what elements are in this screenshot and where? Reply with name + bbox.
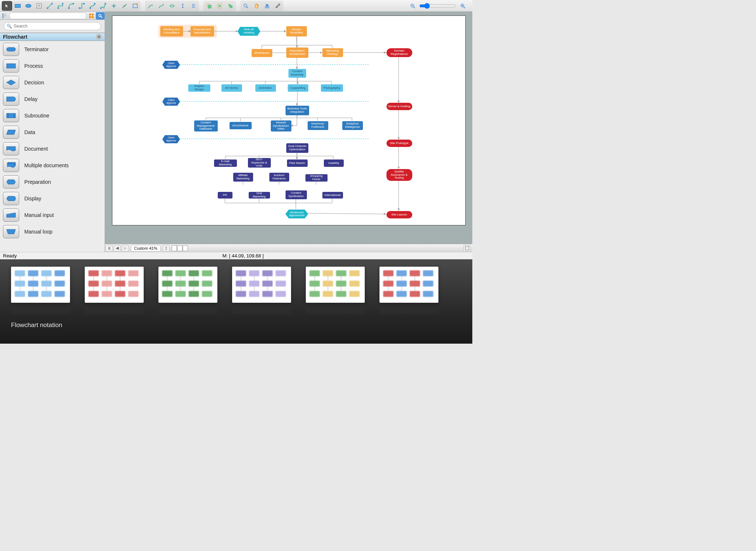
- flowchart-node[interactable]: Animation: [255, 84, 276, 92]
- flowchart-node[interactable]: Usability: [324, 159, 344, 167]
- shape-item-decision[interactable]: Decision: [0, 74, 105, 91]
- library-tree-icon[interactable]: [0, 12, 9, 20]
- connector-tool-2[interactable]: [55, 1, 66, 11]
- flowchart-node[interactable]: Marketing Strategy: [322, 48, 343, 57]
- gallery-thumb[interactable]: [85, 267, 144, 314]
- zoom-slider[interactable]: [419, 3, 456, 9]
- fit-view-icon[interactable]: [463, 245, 471, 252]
- curve-tool-3[interactable]: [167, 1, 177, 11]
- group-tool-3[interactable]: [225, 1, 235, 11]
- connector-tool-7[interactable]: [109, 1, 119, 11]
- stamp-tool[interactable]: [262, 1, 272, 11]
- flowchart-node[interactable]: Review and Approvement: [286, 210, 308, 218]
- flowchart-node[interactable]: Auction/ Clearance: [269, 173, 289, 182]
- flowchart-node[interactable]: Meeting and Consultation: [160, 26, 183, 36]
- canvas-page[interactable]: Meeting and ConsultationProposal and Spe…: [112, 15, 466, 225]
- connector-tool-5[interactable]: [87, 1, 98, 11]
- zoom-out-button[interactable]: [407, 1, 418, 11]
- flowchart-node[interactable]: eCommerce: [230, 122, 252, 129]
- flowchart-node[interactable]: Shopping Feeds: [305, 174, 328, 182]
- shape-item-data[interactable]: Data: [0, 124, 105, 140]
- flowchart-node[interactable]: Inventory/ Fulfilment: [308, 121, 328, 130]
- flowchart-node[interactable]: Site Launch: [386, 211, 412, 218]
- select-tool[interactable]: [2, 1, 12, 11]
- shape-item-display[interactable]: Display: [0, 190, 105, 207]
- shape-item-process[interactable]: Process: [0, 57, 105, 74]
- guide-tool-1[interactable]: [178, 1, 188, 11]
- flowchart-node[interactable]: Business Tools Integration: [286, 106, 309, 115]
- flowchart-node[interactable]: Goal Channel Optimization: [286, 143, 308, 153]
- connector-dropdown[interactable]: [119, 1, 130, 11]
- gallery-thumb[interactable]: [232, 267, 291, 314]
- flowchart-node[interactable]: Site Prototype: [386, 140, 412, 147]
- flowchart-node[interactable]: Quality Assurance & Testing: [386, 169, 412, 181]
- text-tool[interactable]: ≡: [34, 1, 44, 11]
- group-tool-1[interactable]: [204, 1, 214, 11]
- connector-tool-4[interactable]: [77, 1, 87, 11]
- flowchart-node[interactable]: Art Works: [221, 84, 242, 92]
- flowchart-node[interactable]: International: [322, 192, 343, 199]
- flowchart-node[interactable]: Affiliate Marketing: [233, 173, 253, 182]
- grid-view-icon[interactable]: [87, 12, 96, 20]
- zoom-in-button[interactable]: [458, 1, 468, 11]
- flowchart-node[interactable]: Paid Search: [287, 159, 308, 167]
- library-filter-input[interactable]: [10, 13, 86, 19]
- flowchart-node[interactable]: Graphic Design: [188, 84, 210, 92]
- flowchart-node[interactable]: Client Approve: [162, 135, 180, 143]
- gallery-thumb[interactable]: [306, 267, 365, 314]
- shape-search-input[interactable]: [4, 22, 101, 30]
- flowchart-node[interactable]: SEO-Keywords & code: [248, 158, 271, 168]
- pause-icon[interactable]: ⏸: [105, 245, 113, 252]
- flowchart-node[interactable]: Photography: [321, 84, 343, 92]
- flowchart-node[interactable]: PR: [218, 192, 232, 199]
- shape-item-manual-loop[interactable]: Manual loop: [0, 223, 105, 240]
- zoom-stepper[interactable]: ▲▼: [162, 245, 170, 252]
- page-thumb[interactable]: [177, 245, 182, 251]
- flowchart-node[interactable]: Client Approve: [162, 61, 180, 69]
- rectangle-tool[interactable]: [13, 1, 23, 11]
- page-thumb[interactable]: [172, 245, 177, 251]
- flowchart-node[interactable]: Content Syndication: [286, 190, 307, 199]
- flowchart-node[interactable]: Server & Hosting: [386, 103, 412, 110]
- prev-page-button[interactable]: ◀: [113, 245, 121, 252]
- close-library-icon[interactable]: ✕: [96, 34, 102, 40]
- panel-tool[interactable]: [130, 1, 140, 11]
- flowchart-node[interactable]: Wireframes: [252, 49, 272, 57]
- shape-item-preparation[interactable]: Preparation: [0, 173, 105, 190]
- connector-tool-6[interactable]: [98, 1, 108, 11]
- flowchart-node[interactable]: Viral Marketing: [249, 192, 270, 199]
- flowchart-node[interactable]: Design Templates: [286, 26, 307, 36]
- flowchart-node[interactable]: Kick-off meeting: [238, 27, 260, 36]
- shape-item-subroutine[interactable]: Subroutine: [0, 107, 105, 124]
- search-toggle-icon[interactable]: [96, 12, 105, 20]
- shape-item-manual-input[interactable]: Manual input: [0, 207, 105, 223]
- ellipse-tool[interactable]: [23, 1, 34, 11]
- canvas-scroll[interactable]: Meeting and ConsultationProposal and Spe…: [105, 12, 472, 244]
- flowchart-node[interactable]: Copywriting: [288, 84, 308, 92]
- flowchart-node[interactable]: Intranet Syndication/ Wikis: [271, 120, 291, 131]
- gallery-thumb[interactable]: [11, 267, 70, 314]
- flowchart-node[interactable]: Proposal and Specification: [190, 26, 214, 36]
- shape-item-delay[interactable]: Delay: [0, 91, 105, 107]
- curve-tool-1[interactable]: [146, 1, 156, 11]
- next-page-button[interactable]: ▶: [122, 245, 129, 252]
- eyedropper-tool[interactable]: [273, 1, 283, 11]
- flowchart-node[interactable]: Analytics/ Intelligence: [342, 121, 363, 130]
- flowchart-node[interactable]: Content Management/ Database: [194, 120, 218, 131]
- gallery-thumb[interactable]: [379, 267, 438, 314]
- zoom-level-label[interactable]: Custom 41%: [131, 245, 161, 252]
- flowchart-node[interactable]: Client Approve: [162, 98, 180, 106]
- shape-item-terminator[interactable]: Terminator: [0, 41, 105, 57]
- page-thumbnails[interactable]: [172, 245, 188, 251]
- connector-tool-3[interactable]: [66, 1, 76, 11]
- shape-item-multidoc[interactable]: Multiple documents: [0, 157, 105, 173]
- flowchart-node[interactable]: Information Architecture: [286, 48, 308, 58]
- guide-tool-2[interactable]: [188, 1, 199, 11]
- flowchart-node[interactable]: E-mail Marketing: [214, 159, 237, 167]
- shape-item-document[interactable]: Document: [0, 140, 105, 157]
- curve-tool-2[interactable]: [156, 1, 167, 11]
- zoom-tool[interactable]: [241, 1, 251, 11]
- page-thumb[interactable]: [183, 245, 188, 251]
- flowchart-node[interactable]: Content Assembly: [288, 69, 306, 78]
- library-header[interactable]: Flowchart ✕: [0, 33, 105, 41]
